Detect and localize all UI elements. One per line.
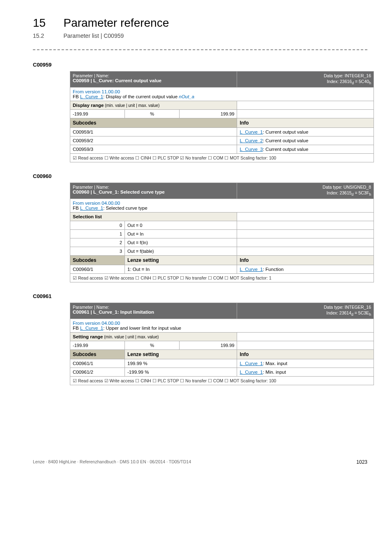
subcodes-label: Subcodes <box>70 350 125 359</box>
lenze-label: Lenze setting <box>125 350 237 359</box>
param-name-label: Parameter | Name: <box>73 305 109 310</box>
table-row: C00961/1 <box>70 359 125 368</box>
range-sub: (min. value | unit | max. value) <box>104 103 159 108</box>
desc-fb-pre: FB <box>73 94 80 99</box>
row-text: : Current output value <box>263 138 309 143</box>
table-row: C00959/2 <box>70 136 237 145</box>
row-link[interactable]: L_Curve_1 <box>240 267 263 272</box>
dtype-line2: Index: 23615 <box>327 190 352 195</box>
range-max: 199.99 <box>180 341 237 350</box>
row-text: : Current output value <box>263 147 309 152</box>
divider <box>33 49 367 50</box>
param-name-label: Parameter | Name: <box>73 185 109 190</box>
anchor-c00959: C00959 <box>33 62 367 68</box>
desc-link[interactable]: L_Curve_1 <box>80 326 103 331</box>
footer-access: ☑ Read access ☑ Write access ☐ CINH ☐ PL… <box>70 274 374 282</box>
table-c00959: Parameter | Name: C00959 | L_Curve: Curr… <box>70 71 374 162</box>
row-setting: 199.99 % <box>125 359 237 368</box>
desc-post: : Display of the current output value <box>103 94 179 99</box>
footer-left: Lenze · 8400 HighLine · Referenzhandbuch… <box>33 459 191 465</box>
dtype-line1: Data type: INTEGER_16 <box>324 73 371 78</box>
row-link[interactable]: L_Curve_1 <box>240 361 263 366</box>
range-min: -199.99 <box>70 110 125 118</box>
table-c00961: Parameter | Name: C00961 | L_Curve_1: In… <box>70 303 374 385</box>
dtype-eq: = 5C3E <box>353 310 369 315</box>
row-link[interactable]: L_Curve_3 <box>240 147 263 152</box>
sel-n: 2 <box>70 238 125 247</box>
param-title: C00960 | L_Curve_1: Selected curve type <box>73 190 165 194</box>
dtype-line1: Data type: UNSIGNED_8 <box>323 185 371 190</box>
info-label: Info <box>237 118 374 128</box>
desc-italic: nOut_a <box>179 94 194 99</box>
range-label: Setting range <box>73 334 103 339</box>
param-name-label: Parameter | Name: <box>73 73 109 78</box>
desc-version: From version 11.00.00 <box>73 89 120 94</box>
chapter-number: 15 <box>33 16 62 30</box>
sel-v: Out = f(In) <box>125 238 237 247</box>
page-number: 1023 <box>356 459 367 465</box>
footer-access: ☑ Read access ☐ Write access ☐ CINH ☐ PL… <box>70 154 374 162</box>
subcodes-label: Subcodes <box>70 256 125 265</box>
section-title: Parameter list | C00959 <box>63 32 124 39</box>
desc-fb-pre: FB <box>73 206 80 210</box>
table-row: C00960/1 <box>70 265 125 274</box>
row-text: : Min. input <box>263 370 286 375</box>
row-text: : Current output value <box>263 130 309 134</box>
section-number: 15.2 <box>33 32 62 39</box>
dtype-h: h <box>369 192 371 197</box>
anchor-c00961: C00961 <box>33 293 367 299</box>
info-label: Info <box>237 350 374 359</box>
dtype-line2: Index: 23616 <box>327 79 352 84</box>
desc-post: : Upper and lower limit for input value <box>103 326 181 331</box>
row-link[interactable]: L_Curve_1 <box>240 130 263 134</box>
lenze-label: Lenze setting <box>125 256 237 265</box>
selection-list-label: Selection list <box>70 213 237 221</box>
dtype-h: h <box>369 81 371 85</box>
desc-version: From version 04.00.00 <box>73 201 120 206</box>
range-max: 199.99 <box>180 110 237 118</box>
range-unit: % <box>125 110 180 118</box>
row-link[interactable]: L_Curve_2 <box>240 138 263 143</box>
info-label: Info <box>237 256 374 265</box>
table-row: C00959/1 <box>70 128 237 136</box>
desc-fb-pre: FB <box>73 326 80 331</box>
range-min: -199.99 <box>70 341 125 350</box>
subcodes-label: Subcodes <box>70 118 237 128</box>
desc-link[interactable]: L_Curve_1 <box>80 94 103 99</box>
footer-access: ☑ Read access ☑ Write access ☐ CINH ☐ PL… <box>70 377 374 385</box>
row-setting: -199.99 % <box>125 368 237 377</box>
sel-v: Out = 0 <box>125 221 237 230</box>
sel-v: Out = f(table) <box>125 247 237 256</box>
row-link[interactable]: L_Curve_1 <box>240 370 263 375</box>
sel-n: 3 <box>70 247 125 256</box>
dtype-line2: Index: 23614 <box>326 310 351 315</box>
desc-link[interactable]: L_Curve_1 <box>80 206 103 210</box>
dtype-eq: = 5C3F <box>353 190 369 195</box>
dtype-eq: = 5C40 <box>354 79 369 84</box>
desc-post: : Selected curve type <box>103 206 147 210</box>
desc-version: From version 04.00.00 <box>73 321 120 326</box>
anchor-c00960: C00960 <box>33 173 367 179</box>
row-text: : Max. input <box>263 361 287 366</box>
dtype-h: h <box>369 312 371 317</box>
sel-v: Out = In <box>125 230 237 238</box>
sel-n: 1 <box>70 230 125 238</box>
range-unit: % <box>125 341 180 350</box>
range-sub: (min. value | unit | max. value) <box>103 335 159 339</box>
param-title: C00961 | L_Curve_1: Input limitation <box>73 310 154 314</box>
table-c00960: Parameter | Name: C00960 | L_Curve_1: Se… <box>70 183 374 282</box>
param-title: C00959 | L_Curve: Current output value <box>73 78 161 83</box>
table-row: C00959/3 <box>70 145 237 154</box>
table-row: C00961/2 <box>70 368 125 377</box>
range-label: Display range <box>73 103 104 108</box>
chapter-title: Parameter reference <box>63 16 169 30</box>
row-text: : Function <box>263 267 284 272</box>
row-setting: 1: Out = In <box>125 265 237 274</box>
dtype-line1: Data type: INTEGER_16 <box>324 305 371 310</box>
sel-n: 0 <box>70 221 125 230</box>
